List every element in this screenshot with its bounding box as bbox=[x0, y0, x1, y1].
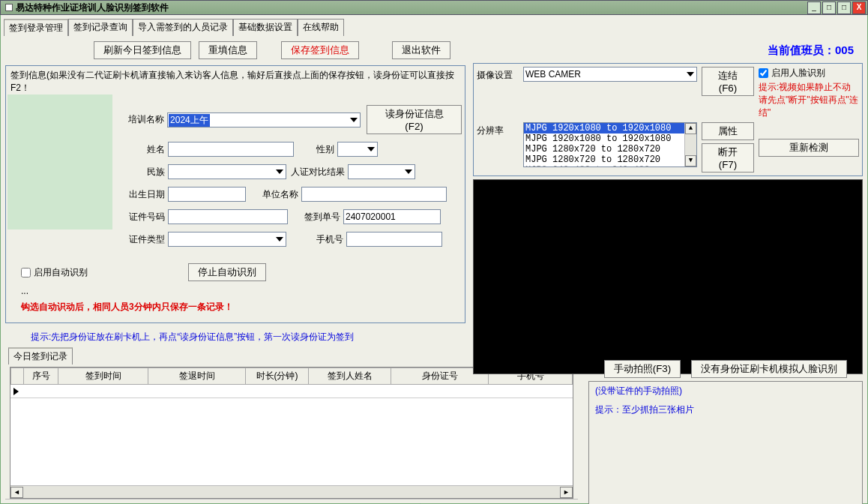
manual-photo-button[interactable]: 手动拍照(F3) bbox=[604, 360, 681, 378]
warn-text: 钩选自动识动后，相同人员3分钟内只保存一条记录！ bbox=[21, 301, 450, 314]
resolution-listbox[interactable]: MJPG 1920x1080 to 1920x1080 MJPG 1920x10… bbox=[523, 122, 697, 167]
label-sign-no: 签到单号 bbox=[288, 211, 340, 224]
gender-select[interactable] bbox=[337, 142, 378, 157]
phone-input[interactable] bbox=[346, 232, 442, 247]
dob-input[interactable] bbox=[168, 187, 246, 202]
tab-basic-data[interactable]: 基础数据设置 bbox=[233, 19, 298, 36]
photo-preview bbox=[7, 94, 112, 230]
read-id-button[interactable]: 读身份证信息(F2) bbox=[367, 105, 462, 134]
app-icon bbox=[5, 4, 13, 11]
main-tabs: 签到登录管理 签到记录查询 导入需签到的人员记录 基础数据设置 在线帮助 bbox=[4, 18, 864, 35]
refresh-button[interactable]: 刷新今日签到信息 bbox=[94, 41, 191, 59]
face-result-select[interactable] bbox=[348, 164, 415, 179]
redetect-button[interactable]: 重新检测 bbox=[759, 139, 859, 157]
label-name: 姓名 bbox=[117, 143, 165, 156]
tab-import[interactable]: 导入需签到的人员记录 bbox=[133, 19, 233, 36]
min3-text: 提示：至少抓拍三张相片 bbox=[595, 404, 856, 416]
signno-input[interactable] bbox=[343, 209, 441, 224]
horizontal-scrollbar[interactable]: ◄ ► bbox=[10, 485, 573, 498]
idtype-select[interactable] bbox=[168, 232, 286, 247]
camera-device-select[interactable]: WEB CAMER bbox=[523, 67, 697, 82]
camera-video bbox=[473, 179, 863, 374]
table-row[interactable] bbox=[10, 385, 573, 398]
name-input[interactable] bbox=[168, 142, 294, 157]
label-ethnic: 民族 bbox=[117, 166, 165, 178]
restore-button[interactable]: □ bbox=[822, 2, 836, 14]
dots: ... bbox=[21, 286, 450, 296]
ethnic-select[interactable] bbox=[168, 164, 286, 179]
table-body[interactable] bbox=[10, 398, 573, 485]
label-cam-res: 分辨率 bbox=[477, 122, 519, 137]
label-face-result: 人证对比结果 bbox=[291, 166, 345, 178]
form-hint-top: 签到信息(如果没有二代证刷卡机请直接输入来访客人信息，输好后直接点上面的保存按钮… bbox=[6, 66, 465, 94]
org-input[interactable] bbox=[301, 187, 447, 202]
label-org: 单位名称 bbox=[246, 188, 298, 201]
duty-label: 当前值班员：005 bbox=[768, 44, 861, 58]
simulate-face-button[interactable]: 没有身份证刷卡机模拟人脸识别 bbox=[691, 360, 847, 378]
cam-tip: 提示:视频如果静止不动请先点"断开"按钮再点"连结" bbox=[759, 81, 859, 119]
idno-input[interactable] bbox=[168, 209, 288, 224]
label-id-no: 证件号码 bbox=[117, 211, 165, 224]
label-training: 培训名称 bbox=[117, 113, 164, 126]
refill-button[interactable]: 重填信息 bbox=[199, 41, 257, 59]
scroll-up-icon[interactable]: ▲ bbox=[685, 123, 696, 134]
tab-signin-manage[interactable]: 签到登录管理 bbox=[4, 19, 68, 36]
props-button[interactable]: 属性 bbox=[702, 122, 754, 140]
label-dob: 出生日期 bbox=[117, 188, 165, 201]
window-title: 易达特种作业证培训人脸识别签到软件 bbox=[16, 2, 169, 14]
auto-recog-checkbox[interactable]: 启用自动识别 bbox=[21, 266, 88, 279]
maximize-button[interactable]: □ bbox=[837, 2, 851, 14]
label-id-type: 证件类型 bbox=[117, 233, 165, 246]
tab-today-records[interactable]: 今日签到记录 bbox=[8, 347, 73, 364]
row-cursor-icon bbox=[13, 388, 19, 395]
close-button[interactable]: X bbox=[852, 2, 866, 14]
scroll-down-icon[interactable]: ▼ bbox=[685, 155, 696, 166]
training-value: 2024上午 bbox=[169, 114, 210, 127]
label-phone: 手机号 bbox=[286, 233, 343, 246]
label-gender: 性别 bbox=[294, 143, 334, 156]
stop-auto-button[interactable]: 停止自动识别 bbox=[188, 263, 266, 281]
tab-signin-query[interactable]: 签到记录查询 bbox=[68, 19, 133, 36]
tab-help[interactable]: 在线帮助 bbox=[298, 19, 344, 36]
label-cam-device: 摄像设置 bbox=[477, 67, 519, 82]
scroll-right-icon[interactable]: ► bbox=[560, 487, 573, 498]
connect-button[interactable]: 连结(F6) bbox=[702, 67, 754, 96]
enable-face-checkbox[interactable]: 启用人脸识别 bbox=[759, 67, 859, 80]
exit-button[interactable]: 退出软件 bbox=[392, 41, 450, 59]
scroll-left-icon[interactable]: ◄ bbox=[10, 487, 23, 498]
disconnect-button[interactable]: 断开(F7) bbox=[702, 143, 754, 172]
minimize-button[interactable]: _ bbox=[807, 2, 821, 14]
save-button[interactable]: 保存签到信息 bbox=[281, 41, 359, 59]
nocard-manual-text: (没带证件的手动拍照) bbox=[595, 385, 856, 398]
